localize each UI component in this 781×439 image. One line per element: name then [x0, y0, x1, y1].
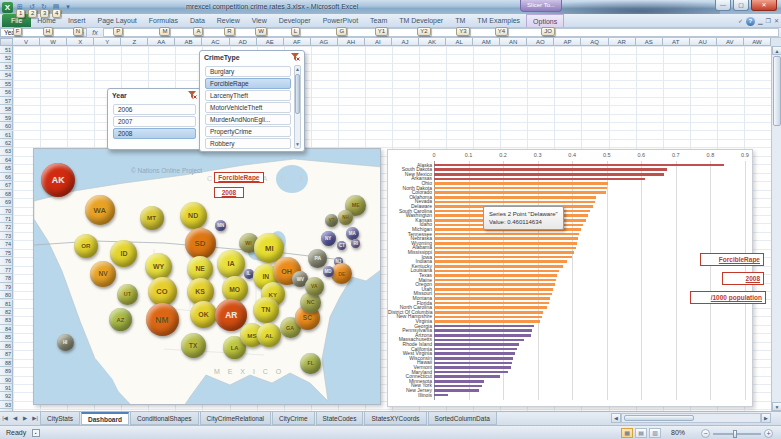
row-header[interactable]: 53 [0, 63, 13, 71]
chart-bar-rhode-island[interactable] [434, 343, 519, 346]
state-bar-chart[interactable]: 00.10.20.30.40.50.60.70.80.9 AlaskaSouth… [387, 149, 753, 407]
column-header[interactable]: AL [446, 38, 473, 46]
column-header[interactable]: AI [365, 38, 392, 46]
chart-bar-kentucky[interactable] [434, 265, 563, 268]
row-header[interactable]: 88 [0, 359, 13, 367]
column-header[interactable]: V [13, 38, 40, 46]
sheet-tab-sortedcolumndata[interactable]: SortedColumnData [428, 412, 497, 425]
map-bubble-sd[interactable]: SD [185, 228, 216, 259]
row-header[interactable]: 87 [0, 350, 13, 358]
vertical-scrollbar-thumb[interactable] [773, 56, 781, 126]
chart-bar-new-mexico[interactable] [434, 173, 664, 176]
map-bubble-md[interactable]: MD [323, 266, 334, 277]
row-header[interactable]: 62 [0, 139, 13, 147]
chart-bar-nebraska[interactable] [434, 237, 578, 240]
sheet-tab-statecodes[interactable]: StateCodes [316, 412, 364, 425]
tab-team[interactable]: Team [364, 14, 393, 27]
excel-logo-icon[interactable]: X [2, 2, 13, 13]
sheet-tab-statesxycoords[interactable]: StatesXYCoords [364, 412, 426, 425]
row-header[interactable]: 90 [0, 376, 13, 384]
map-bubble-hi[interactable]: HI [57, 334, 74, 351]
slicer-item-forciblerape[interactable]: ForcibleRape [205, 78, 291, 89]
row-header[interactable]: 73 [0, 232, 13, 240]
chart-bar-north-dakota[interactable] [434, 187, 607, 190]
zoom-out-icon[interactable]: − [701, 429, 710, 438]
column-header[interactable]: AB [175, 38, 202, 46]
row-header[interactable]: 67 [0, 181, 13, 189]
tab-insert[interactable]: Insert [62, 14, 92, 27]
column-header[interactable]: AS [636, 38, 663, 46]
row-header[interactable]: 80 [0, 291, 13, 299]
chart-bar-utah[interactable] [434, 288, 553, 291]
row-header[interactable]: 84 [0, 325, 13, 333]
next-sheet-icon[interactable]: ▶ [20, 412, 30, 425]
chart-bar-texas[interactable] [434, 274, 557, 277]
chart-bar-wisconsin[interactable] [434, 357, 513, 360]
map-bubble-nv[interactable]: NV [90, 261, 116, 287]
chart-bar-virginia[interactable] [434, 320, 540, 323]
clear-filter-icon[interactable] [291, 53, 300, 62]
row-header[interactable]: 61 [0, 131, 13, 139]
chart-bar-alabama[interactable] [434, 247, 576, 250]
name-box[interactable]: Year [0, 28, 78, 37]
slicer-item-2006[interactable]: 2006 [113, 104, 196, 115]
pin-ribbon-icon[interactable]: ✓ [738, 17, 743, 26]
maximize-button[interactable]: ▢ [733, 0, 749, 11]
last-sheet-icon[interactable]: ▶| [30, 412, 40, 425]
column-header[interactable]: AR [609, 38, 636, 46]
chart-bar-alaska[interactable] [434, 164, 724, 167]
chart-bar-indiana[interactable] [434, 260, 567, 263]
chart-bar-minnesota[interactable] [434, 380, 484, 383]
slicer-item-murderandnonegli-[interactable]: MurderAndNonEgli... [205, 114, 291, 125]
row-header[interactable]: 70 [0, 207, 13, 215]
chart-bar-new-hampshire[interactable] [434, 316, 542, 319]
row-header[interactable]: 93 [0, 401, 13, 409]
sheet-tab-dashboard[interactable]: Dashboard [81, 412, 129, 425]
row-header[interactable]: 79 [0, 283, 13, 291]
row-header[interactable]: 57 [0, 97, 13, 105]
row-header[interactable]: 63 [0, 147, 13, 155]
chart-bar-arizona[interactable] [434, 334, 531, 337]
row-header[interactable]: 68 [0, 190, 13, 198]
row-header[interactable]: 81 [0, 300, 13, 308]
column-header[interactable]: AD [230, 38, 257, 46]
column-header[interactable]: AM [473, 38, 500, 46]
horizontal-scrollbar[interactable]: ◀ ▶ [611, 412, 771, 424]
map-bubble-ak[interactable]: AK [41, 163, 75, 197]
row-header[interactable]: 66 [0, 173, 13, 181]
chart-bar-iowa[interactable] [434, 256, 572, 259]
tab-tm-developer[interactable]: TM Developer [393, 14, 449, 27]
page-break-view-icon[interactable]: ▥ [649, 428, 661, 438]
slicer-item-larcenytheft[interactable]: LarcenyTheft [205, 90, 291, 101]
map-bubble-or[interactable]: OR [74, 234, 98, 258]
help-icon[interactable]: ? [746, 17, 755, 26]
row-header[interactable]: 76 [0, 257, 13, 265]
minimize-workbook-icon[interactable]: ▁ [758, 17, 763, 26]
map-bubble-tx[interactable]: TX [181, 333, 206, 358]
row-header[interactable]: 82 [0, 308, 13, 316]
row-header[interactable]: 89 [0, 367, 13, 375]
chart-bar-wyoming[interactable] [434, 242, 577, 245]
slicer-item-2007[interactable]: 2007 [113, 116, 196, 127]
chart-bar-south-dakota[interactable] [434, 168, 667, 171]
column-header[interactable]: AG [311, 38, 338, 46]
row-header[interactable]: 91 [0, 384, 13, 392]
column-header[interactable]: AT [663, 38, 690, 46]
map-bubble-fl[interactable]: FL [300, 353, 321, 374]
close-workbook-icon[interactable]: ✕ [774, 17, 779, 26]
column-header[interactable]: AW [744, 38, 771, 46]
scroll-down-icon[interactable]: ▼ [772, 402, 781, 411]
chart-bar-new-york[interactable] [434, 385, 482, 388]
row-header[interactable]: 59 [0, 114, 13, 122]
slicer-item-burglary[interactable]: Burglary [205, 66, 291, 77]
normal-view-icon[interactable]: ▦ [621, 428, 633, 438]
scrollbar-thumb[interactable] [295, 74, 300, 114]
record-macro-icon[interactable]: ▪ [32, 429, 40, 437]
map-bubble-mt[interactable]: MT [140, 206, 164, 230]
clear-filter-icon[interactable] [188, 91, 197, 100]
column-header[interactable]: X [67, 38, 94, 46]
scroll-left-icon[interactable]: ◀ [611, 413, 621, 423]
slicer-item-2008[interactable]: 2008 [113, 128, 196, 139]
chart-bar-oregon[interactable] [434, 283, 555, 286]
us-bubble-map[interactable]: © Nations Online Project C A N A D A M E… [33, 148, 381, 405]
